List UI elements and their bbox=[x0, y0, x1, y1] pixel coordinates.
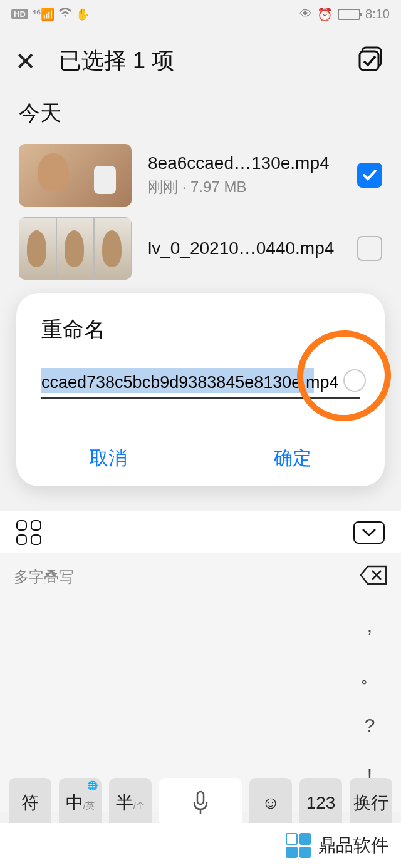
file-row[interactable]: lv_0_20210…0440.mp4 bbox=[0, 212, 401, 285]
checkbox[interactable] bbox=[357, 163, 382, 188]
checkbox[interactable] bbox=[357, 236, 382, 261]
punctuation-column: , 。 ? ! bbox=[357, 601, 382, 800]
wifi-icon bbox=[58, 7, 72, 21]
hd-badge: HD bbox=[11, 9, 28, 19]
watermark-text: 鼎品软件 bbox=[318, 834, 388, 857]
select-all-button[interactable] bbox=[358, 46, 386, 76]
close-icon[interactable]: ✕ bbox=[15, 47, 40, 76]
rename-input[interactable] bbox=[41, 368, 360, 399]
punct-key[interactable]: 。 bbox=[357, 657, 382, 695]
confirm-button[interactable]: 确定 bbox=[200, 430, 385, 486]
apps-icon[interactable] bbox=[16, 520, 41, 545]
keyboard-toolbar bbox=[0, 511, 401, 553]
watermark-logo bbox=[286, 833, 311, 858]
palm-icon: ✋ bbox=[76, 8, 90, 21]
file-name: 8ea6ccaed…130e.mp4 bbox=[148, 153, 341, 173]
backspace-button[interactable] bbox=[360, 565, 387, 589]
candidate-bar: 多字叠写 bbox=[0, 553, 401, 601]
candidate-hint: 多字叠写 bbox=[14, 567, 74, 587]
keyboard-bottom-row: 符 🌐 中/英 半/全 ☺ 123 换行 bbox=[0, 778, 401, 828]
status-bar: HD ⁴⁶📶 ✋ 👁 ⏰ 8:10 bbox=[0, 0, 401, 28]
cancel-button[interactable]: 取消 bbox=[16, 430, 200, 486]
battery-icon bbox=[338, 9, 360, 20]
svg-rect-2 bbox=[197, 792, 204, 804]
alarm-icon: ⏰ bbox=[317, 7, 333, 22]
watermark: 鼎品软件 bbox=[0, 823, 401, 868]
thumbnail bbox=[19, 144, 132, 207]
enter-key[interactable]: 换行 bbox=[350, 778, 392, 828]
width-key[interactable]: 半/全 bbox=[109, 778, 152, 828]
signal-icon: ⁴⁶📶 bbox=[32, 8, 55, 21]
file-name: lv_0_20210…0440.mp4 bbox=[148, 238, 341, 258]
page-title: 已选择 1 项 bbox=[59, 46, 174, 76]
file-row[interactable]: 8ea6ccaed…130e.mp4 刚刚 · 7.97 MB bbox=[0, 139, 401, 212]
punct-key[interactable]: ? bbox=[357, 707, 382, 744]
rename-dialog: 重命名 取消 确定 bbox=[16, 293, 385, 486]
section-today: 今天 bbox=[0, 88, 401, 139]
symbol-key[interactable]: 符 bbox=[9, 778, 51, 828]
clock-time: 8:10 bbox=[365, 7, 390, 21]
language-key[interactable]: 🌐 中/英 bbox=[59, 778, 102, 828]
collapse-keyboard-button[interactable] bbox=[353, 521, 385, 544]
punct-key[interactable]: , bbox=[357, 607, 382, 645]
eye-icon: 👁 bbox=[299, 7, 312, 21]
svg-rect-1 bbox=[360, 51, 378, 70]
emoji-key[interactable]: ☺ bbox=[249, 778, 292, 828]
clear-icon[interactable] bbox=[343, 369, 366, 392]
file-meta: 刚刚 · 7.97 MB bbox=[148, 177, 341, 197]
number-key[interactable]: 123 bbox=[299, 778, 342, 828]
thumbnail bbox=[19, 217, 132, 280]
dialog-title: 重命名 bbox=[16, 315, 385, 368]
selection-header: ✕ 已选择 1 项 bbox=[0, 28, 401, 88]
voice-key[interactable] bbox=[159, 778, 242, 828]
